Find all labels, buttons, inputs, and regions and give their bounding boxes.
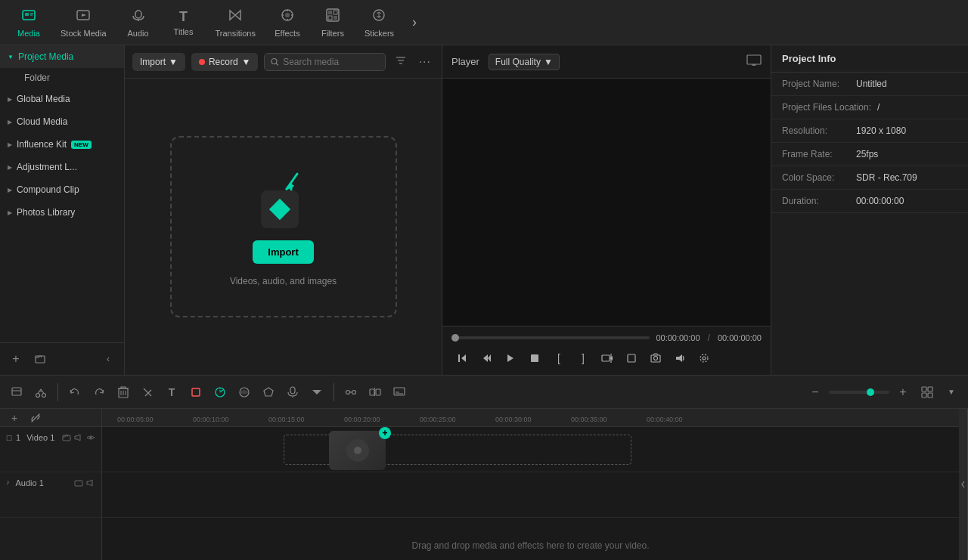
track-audio-icon[interactable]	[74, 433, 83, 444]
svg-marker-9	[235, 11, 240, 20]
sidebar-item-photos-library[interactable]: ▶ Photos Library	[0, 201, 124, 224]
svg-rect-86	[75, 481, 82, 486]
svg-point-70	[352, 390, 356, 394]
search-box[interactable]	[264, 53, 385, 71]
media-icon	[21, 8, 36, 26]
svg-line-24	[277, 63, 279, 65]
svg-rect-83	[63, 435, 70, 441]
search-input[interactable]	[283, 57, 379, 67]
quality-select[interactable]: Full Quality ▼	[489, 54, 560, 70]
track-audio-mute-icon[interactable]	[86, 478, 95, 489]
timeline-collapse-handle[interactable]	[959, 409, 968, 560]
timeline-clip-1[interactable]	[329, 431, 386, 470]
svg-rect-22	[36, 356, 45, 363]
track-video1-icons	[62, 433, 95, 444]
sidebar-folder-button[interactable]	[30, 349, 50, 369]
tl-crop-button[interactable]	[185, 382, 206, 403]
sidebar-item-influence-kit[interactable]: ▶ Influence Kit NEW	[0, 133, 124, 156]
filter-icon[interactable]	[392, 51, 410, 72]
link-tracks-button[interactable]	[27, 410, 44, 426]
fullscreen-button[interactable]	[621, 348, 642, 369]
settings-button[interactable]	[693, 348, 715, 369]
mark-in-button[interactable]: [	[548, 348, 569, 369]
track-folder-icon[interactable]	[62, 433, 71, 444]
tl-cut-button[interactable]	[137, 382, 158, 403]
stop-button[interactable]	[524, 348, 545, 369]
record-arrow-icon: ▼	[242, 57, 251, 67]
tl-color-button[interactable]	[234, 382, 255, 403]
effects-icon	[280, 8, 295, 26]
tl-zoom-out-button[interactable]: −	[805, 382, 826, 403]
track-audio1-icon: ♪	[6, 478, 10, 486]
nav-item-filters-label: Filters	[321, 29, 344, 38]
nav-item-audio[interactable]: Audio	[116, 3, 161, 42]
search-icon	[271, 57, 279, 67]
tl-split-button[interactable]	[365, 382, 386, 403]
track-audio-folder-icon[interactable]	[74, 478, 83, 489]
tl-mic-button[interactable]	[282, 382, 303, 403]
track-visibility-icon[interactable]	[86, 433, 95, 444]
tl-grid-button[interactable]	[917, 382, 938, 403]
tl-delete-button[interactable]	[113, 382, 134, 403]
add-to-timeline-button[interactable]	[597, 348, 618, 369]
ruler-mark-5: 00:00:30:00	[495, 416, 532, 423]
svg-rect-19	[328, 16, 332, 20]
nav-item-titles[interactable]: T Titles	[161, 3, 206, 42]
import-arrow-icon: ▼	[169, 57, 178, 67]
sidebar-item-global-label: Global Media	[17, 94, 70, 104]
tl-speed-button[interactable]	[209, 382, 231, 403]
mark-out-button[interactable]: ]	[572, 348, 594, 369]
step-back-button[interactable]	[476, 348, 497, 369]
tl-more-button[interactable]	[306, 382, 327, 403]
nav-item-stock-media[interactable]: Stock Media	[51, 3, 116, 42]
svg-rect-60	[192, 388, 200, 396]
nav-item-stickers[interactable]: Stickers	[355, 3, 403, 42]
sidebar-item-folder[interactable]: Folder	[0, 68, 124, 88]
sidebar-collapse-button[interactable]: ‹	[98, 349, 118, 369]
tl-trim-button[interactable]	[30, 382, 51, 403]
more-options-button[interactable]: ···	[416, 52, 434, 72]
preview-display-icon[interactable]	[746, 54, 762, 69]
tl-subtitle-button[interactable]	[389, 382, 410, 403]
progress-bar[interactable]	[451, 336, 650, 339]
timeline-audio-track	[102, 472, 959, 518]
record-button[interactable]: Record ▼	[191, 53, 259, 71]
import-button[interactable]: Import ▼	[132, 53, 185, 71]
nav-item-media[interactable]: Media	[6, 3, 51, 42]
ruler-mark-3: 00:00:20:00	[344, 416, 380, 423]
logo-diamond	[268, 198, 290, 219]
sidebar-item-adjustment[interactable]: ▶ Adjustment L...	[0, 156, 124, 178]
info-row-location: Project Files Location: /	[771, 96, 968, 119]
tl-dropdown-button[interactable]: ▼	[941, 382, 962, 403]
tl-mask-button[interactable]	[258, 382, 279, 403]
rewind-button[interactable]	[451, 348, 473, 369]
plus-badge: +	[379, 427, 391, 439]
nav-item-transitions[interactable]: Transitions	[206, 3, 265, 42]
nav-more-button[interactable]: ›	[406, 8, 423, 36]
tl-undo-button[interactable]	[64, 382, 85, 403]
sidebar-item-global-media[interactable]: ▶ Global Media	[0, 88, 124, 110]
tl-zoom-bar[interactable]	[829, 391, 889, 394]
info-value-name: Untitled	[856, 79, 887, 89]
nav-item-effects-label: Effects	[275, 29, 299, 38]
sidebar-add-button[interactable]: +	[6, 349, 26, 369]
sidebar-item-cloud-media[interactable]: ▶ Cloud Media	[0, 110, 124, 133]
tl-redo-button[interactable]	[88, 382, 110, 403]
tl-zoom-in-button[interactable]: +	[892, 382, 914, 403]
add-track-button[interactable]: +	[6, 410, 23, 426]
sidebar-arrow-cloud: ▶	[8, 119, 12, 125]
play-button[interactable]	[500, 348, 521, 369]
drop-import-button[interactable]: Import	[253, 240, 313, 264]
sidebar-item-project-media[interactable]: ▼ Project Media	[0, 45, 124, 68]
audio-button[interactable]	[669, 348, 690, 369]
preview-controls: 00:00:00:00 / 00:00:00:00 [ ]	[442, 326, 771, 375]
sidebar-item-compound-clip[interactable]: ▶ Compound Clip	[0, 178, 124, 201]
tl-join-button[interactable]	[340, 382, 361, 403]
tl-text-button[interactable]: T	[161, 382, 182, 403]
nav-item-effects[interactable]: Effects	[265, 3, 310, 42]
tl-select-button[interactable]	[6, 382, 27, 403]
nav-item-filters[interactable]: Filters	[310, 3, 355, 42]
snapshot-button[interactable]	[645, 348, 666, 369]
ruler-mark-1: 00:00:10:00	[193, 416, 229, 423]
svg-marker-34	[488, 354, 491, 362]
